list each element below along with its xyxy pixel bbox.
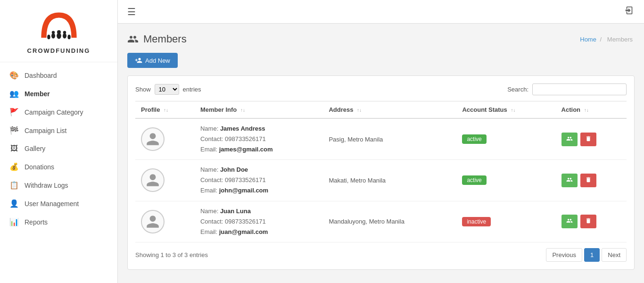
cell-action-2 (556, 201, 627, 242)
add-new-label: Add New (145, 57, 170, 64)
sidebar-label-donations: Donations (25, 163, 54, 171)
table-row: Name: Juan Luna Contact: 098733526171 Em… (135, 201, 627, 242)
pagination: Previous 1 Next (546, 248, 627, 262)
campaign-category-icon: 🚩 (9, 108, 19, 117)
sort-profile-icon: ↑↓ (164, 108, 168, 113)
search-area: Search: (507, 83, 627, 95)
col-account-status-label: Account Status (462, 106, 507, 113)
edit-icon-0 (566, 135, 573, 142)
sort-member-info-icon: ↑↓ (240, 108, 245, 113)
table-row: Name: James Andress Contact: 09873352617… (135, 118, 627, 160)
sidebar-label-reports: Reports (25, 218, 48, 226)
sidebar-label-dashboard: Dashboard (25, 72, 57, 79)
status-badge-0: active (462, 134, 486, 144)
cell-profile-2 (135, 201, 195, 242)
cell-member-info-1: Name: John Doe Contact: 098733526171 Ema… (195, 160, 323, 201)
cell-address-2: Mandaluyong, Metro Manila (323, 201, 456, 242)
cell-status-0: active (456, 118, 555, 160)
logout-icon (624, 5, 635, 16)
table-header: Profile ↑↓ Member Info ↑↓ Address ↑↓ A (135, 101, 627, 119)
sidebar-item-member[interactable]: 👥 Member (0, 84, 117, 103)
page-title: Members (143, 33, 187, 45)
sidebar-nav: 🎨 Dashboard 👥 Member 🚩 Campaign Category… (0, 62, 117, 283)
col-member-info-label: Member Info (200, 106, 237, 113)
member-name-2: Juan Luna (220, 208, 251, 215)
delete-icon-2 (585, 217, 592, 224)
edit-icon-2 (566, 217, 573, 224)
svg-point-7 (63, 31, 66, 34)
sidebar-item-user-management[interactable]: 👤 User Management (0, 194, 117, 213)
sidebar-item-dashboard[interactable]: 🎨 Dashboard (0, 66, 117, 84)
edit-button-1[interactable] (561, 174, 578, 187)
col-profile-label: Profile (141, 106, 160, 113)
cell-status-1: active (456, 160, 555, 201)
status-badge-2: inactive (462, 217, 491, 226)
table-controls: Show 10 25 50 100 entries Search: (135, 83, 627, 95)
status-badge-1: active (462, 175, 486, 185)
next-button[interactable]: Next (602, 248, 627, 262)
sidebar-item-campaign-category[interactable]: 🚩 Campaign Category (0, 103, 117, 121)
sidebar-logo: CROWDFUNDING (0, 0, 117, 62)
sidebar-item-gallery[interactable]: 🖼 Gallery (0, 140, 117, 158)
edit-button-2[interactable] (561, 215, 578, 228)
sidebar-label-campaign-category: Campaign Category (25, 108, 83, 116)
sidebar-item-campaign-list[interactable]: 🏁 Campaign List (0, 121, 117, 140)
col-account-status[interactable]: Account Status ↑↓ (456, 101, 555, 119)
cell-action-0 (556, 118, 627, 160)
add-new-button[interactable]: Add New (127, 53, 178, 68)
page-title-area: Members (127, 33, 187, 45)
sidebar-label-gallery: Gallery (25, 145, 45, 152)
showing-text: Showing 1 to 3 of 3 entries (135, 251, 208, 258)
col-profile[interactable]: Profile ↑↓ (135, 101, 195, 119)
member-info-2: Name: Juan Luna Contact: 098733526171 Em… (200, 206, 317, 237)
table-row: Name: John Doe Contact: 098733526171 Ema… (135, 160, 627, 201)
edit-button-0[interactable] (561, 133, 578, 146)
sidebar-label-user-management: User Management (25, 200, 79, 208)
cell-address-0: Pasig, Metro Manila (323, 118, 456, 160)
show-entries-control: Show 10 25 50 100 entries (135, 84, 201, 95)
breadcrumb: Home / Members (580, 36, 635, 43)
search-input[interactable] (532, 83, 627, 95)
cell-member-info-0: Name: James Andress Contact: 09873352617… (195, 118, 323, 160)
brand-logo (40, 8, 78, 45)
col-member-info[interactable]: Member Info ↑↓ (195, 101, 323, 119)
cell-address-1: Makati, Metro Manila (323, 160, 456, 201)
page-1-button[interactable]: 1 (584, 248, 600, 262)
action-btns-1 (561, 174, 621, 187)
page-content: Members Home / Members Add New Show 10 (118, 24, 644, 283)
sidebar-item-reports[interactable]: 📊 Reports (0, 213, 117, 231)
logout-button[interactable] (624, 5, 635, 18)
delete-button-2[interactable] (580, 215, 596, 228)
cell-member-info-2: Name: Juan Luna Contact: 098733526171 Em… (195, 201, 323, 242)
col-address[interactable]: Address ↑↓ (323, 101, 456, 119)
search-label: Search: (507, 86, 528, 93)
svg-point-1 (51, 33, 55, 38)
member-email-1: john@gmail.com (219, 187, 268, 194)
dashboard-icon: 🎨 (9, 71, 19, 80)
sidebar-item-donations[interactable]: 💰 Donations (0, 158, 117, 176)
add-person-icon (135, 57, 142, 64)
cell-profile-0 (135, 118, 195, 160)
member-info-0: Name: James Andress Contact: 09873352617… (200, 124, 317, 155)
col-action[interactable]: Action ↑↓ (556, 101, 627, 119)
member-name-1: John Doe (220, 166, 248, 173)
withdraw-logs-icon: 📋 (9, 181, 19, 190)
sort-action-icon: ↑↓ (584, 108, 589, 113)
sidebar: CROWDFUNDING 🎨 Dashboard 👥 Member 🚩 Camp… (0, 0, 118, 283)
table-body: Name: James Andress Contact: 09873352617… (135, 118, 627, 242)
page-header: Members Home / Members (127, 33, 635, 45)
breadcrumb-home[interactable]: Home (580, 36, 596, 43)
entries-select[interactable]: 10 25 50 100 (155, 84, 179, 95)
svg-point-2 (63, 33, 66, 38)
action-btns-2 (561, 215, 621, 228)
delete-button-0[interactable] (580, 133, 596, 146)
prev-button[interactable]: Previous (546, 248, 582, 262)
main-content: ☰ Members Home / Members (118, 0, 644, 283)
svg-point-3 (47, 35, 50, 40)
hamburger-button[interactable]: ☰ (127, 6, 136, 17)
col-action-label: Action (561, 106, 580, 113)
delete-button-1[interactable] (580, 174, 596, 187)
member-name-0: James Andress (220, 125, 265, 132)
delete-icon-0 (585, 135, 592, 142)
sidebar-item-withdraw-logs[interactable]: 📋 Withdraw Logs (0, 176, 117, 194)
